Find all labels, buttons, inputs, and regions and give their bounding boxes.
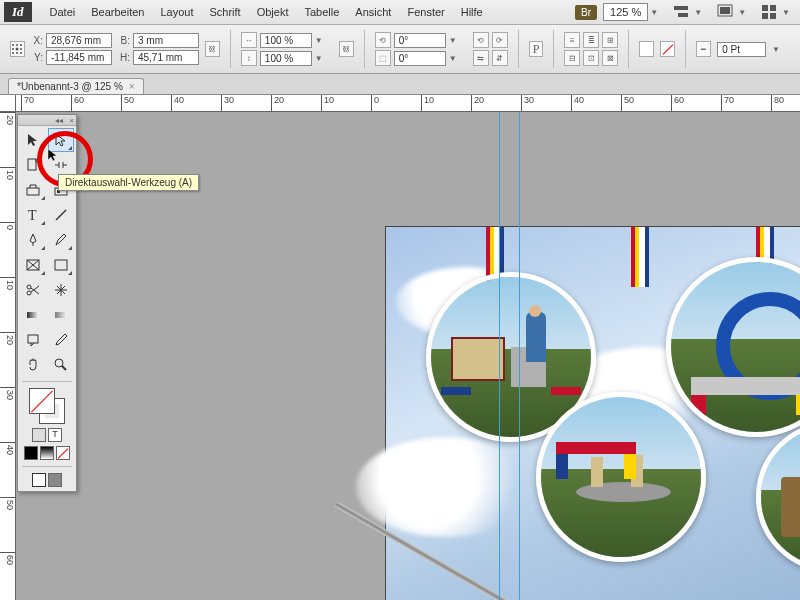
ruler-tick: 50 bbox=[621, 95, 634, 111]
formatting-container-icon[interactable] bbox=[32, 428, 46, 442]
menu-file[interactable]: Datei bbox=[42, 0, 84, 24]
scale-x-field[interactable]: 100 % bbox=[260, 33, 312, 48]
close-tab-icon[interactable]: × bbox=[129, 81, 135, 92]
scale-y-icon: ↕ bbox=[241, 50, 257, 66]
document-canvas[interactable]: ◂◂ × T bbox=[16, 112, 800, 600]
svg-point-28 bbox=[27, 291, 31, 295]
ruler-tick: 50 bbox=[0, 497, 15, 510]
rotate-cw-icon[interactable]: ⟳ bbox=[492, 32, 508, 48]
screen-mode-dropdown[interactable]: ▼ bbox=[738, 8, 746, 17]
view-options-dropdown[interactable]: ▼ bbox=[694, 8, 702, 17]
apply-none-icon[interactable] bbox=[56, 446, 70, 460]
x-field[interactable]: 28,676 mm bbox=[46, 33, 112, 48]
stroke-swatch[interactable] bbox=[660, 41, 675, 57]
rectangle-frame-tool[interactable] bbox=[20, 253, 47, 277]
align-icon-1[interactable]: ≡ bbox=[564, 32, 580, 48]
arrange-icon[interactable] bbox=[759, 2, 779, 22]
ruler-tick: 10 bbox=[0, 167, 15, 180]
tools-panel: ◂◂ × T bbox=[17, 114, 77, 492]
direct-selection-tool[interactable] bbox=[48, 128, 75, 152]
fill-stroke-swatch[interactable] bbox=[29, 388, 65, 424]
zoom-level-field[interactable]: 125 % bbox=[603, 3, 648, 21]
gradient-swatch-tool[interactable] bbox=[20, 303, 47, 327]
ruler-tick: 70 bbox=[21, 95, 34, 111]
scale-y-field[interactable]: 100 % bbox=[260, 51, 312, 66]
scissors-tool[interactable] bbox=[20, 278, 47, 302]
w-field[interactable]: 3 mm bbox=[133, 33, 199, 48]
apply-gradient-icon[interactable] bbox=[40, 446, 54, 460]
ruler-tick: 20 bbox=[271, 95, 284, 111]
zoom-tool[interactable] bbox=[48, 353, 75, 377]
fill-swatch[interactable] bbox=[639, 41, 654, 57]
horizontal-ruler[interactable]: 7060504030201001020304050607080 bbox=[16, 95, 800, 112]
svg-rect-5 bbox=[770, 5, 776, 11]
rotate-field[interactable]: 0° bbox=[394, 33, 446, 48]
tools-panel-header[interactable]: ◂◂ × bbox=[18, 115, 76, 126]
pencil-tool[interactable] bbox=[48, 228, 75, 252]
free-transform-tool[interactable] bbox=[48, 278, 75, 302]
app-logo: Id bbox=[4, 2, 32, 22]
svg-rect-32 bbox=[55, 312, 67, 318]
normal-view-icon[interactable] bbox=[32, 473, 46, 487]
flip-v-icon[interactable]: ⇵ bbox=[492, 50, 508, 66]
formatting-text-icon[interactable]: T bbox=[48, 428, 62, 442]
menu-table[interactable]: Tabelle bbox=[296, 0, 347, 24]
ruler-tick: 10 bbox=[0, 277, 15, 290]
page-tool[interactable] bbox=[20, 153, 47, 177]
align-icon-4[interactable]: ⊟ bbox=[564, 50, 580, 66]
menu-window[interactable]: Fenster bbox=[399, 0, 452, 24]
line-tool[interactable] bbox=[48, 203, 75, 227]
svg-rect-31 bbox=[27, 312, 39, 318]
apply-color-icon[interactable] bbox=[24, 446, 38, 460]
constrain-scale-icon[interactable]: ⛓ bbox=[339, 41, 354, 57]
ruler-tick: 40 bbox=[571, 95, 584, 111]
ruler-tick: 70 bbox=[721, 95, 734, 111]
document-page[interactable] bbox=[386, 227, 800, 600]
select-container-icon[interactable]: P bbox=[529, 41, 544, 57]
guide-line[interactable] bbox=[499, 112, 500, 600]
menu-view[interactable]: Ansicht bbox=[347, 0, 399, 24]
preview-view-icon[interactable] bbox=[48, 473, 62, 487]
y-label: Y: bbox=[31, 52, 43, 63]
align-icon-3[interactable]: ⊞ bbox=[602, 32, 618, 48]
pen-tool[interactable] bbox=[20, 228, 47, 252]
vertical-ruler[interactable]: 20100102030405060 bbox=[0, 112, 16, 600]
type-tool[interactable]: T bbox=[20, 203, 47, 227]
stroke-weight-field[interactable]: 0 Pt bbox=[717, 42, 766, 57]
menu-help[interactable]: Hilfe bbox=[453, 0, 491, 24]
zoom-dropdown-icon[interactable]: ▼ bbox=[650, 8, 658, 17]
menu-type[interactable]: Schrift bbox=[202, 0, 249, 24]
gradient-feather-tool[interactable] bbox=[48, 303, 75, 327]
align-icon-5[interactable]: ⊡ bbox=[583, 50, 599, 66]
note-tool[interactable] bbox=[20, 328, 47, 352]
align-icon-6[interactable]: ⊠ bbox=[602, 50, 618, 66]
h-field[interactable]: 45,71 mm bbox=[133, 50, 199, 65]
reference-point-proxy[interactable] bbox=[10, 41, 25, 57]
shear-field[interactable]: 0° bbox=[394, 51, 446, 66]
svg-rect-33 bbox=[28, 335, 38, 343]
bridge-button[interactable]: Br bbox=[575, 5, 597, 20]
rotate-ccw-icon[interactable]: ⟲ bbox=[473, 32, 489, 48]
menu-edit[interactable]: Bearbeiten bbox=[83, 0, 152, 24]
menu-object[interactable]: Objekt bbox=[249, 0, 297, 24]
view-options-icon[interactable] bbox=[671, 2, 691, 22]
hand-tool[interactable] bbox=[20, 353, 47, 377]
flip-h-icon[interactable]: ⇋ bbox=[473, 50, 489, 66]
rectangle-tool[interactable] bbox=[48, 253, 75, 277]
ruler-tick: 40 bbox=[0, 442, 15, 455]
screen-mode-icon[interactable] bbox=[715, 2, 735, 22]
document-tab[interactable]: *Unbenannt-3 @ 125 % × bbox=[8, 78, 144, 94]
content-collector-tool[interactable] bbox=[20, 178, 47, 202]
guide-line[interactable] bbox=[519, 112, 520, 600]
rotate-icon: ⟲ bbox=[375, 32, 391, 48]
constrain-wh-icon[interactable]: ⛓ bbox=[205, 41, 220, 57]
y-field[interactable]: -11,845 mm bbox=[46, 50, 112, 65]
svg-rect-4 bbox=[762, 5, 768, 11]
eyedropper-tool[interactable] bbox=[48, 328, 75, 352]
selection-tool[interactable] bbox=[20, 128, 47, 152]
align-icon-2[interactable]: ≣ bbox=[583, 32, 599, 48]
ruler-origin[interactable] bbox=[0, 95, 16, 112]
menu-layout[interactable]: Layout bbox=[152, 0, 201, 24]
arrange-dropdown[interactable]: ▼ bbox=[782, 8, 790, 17]
image-frame-circle[interactable] bbox=[536, 392, 706, 562]
